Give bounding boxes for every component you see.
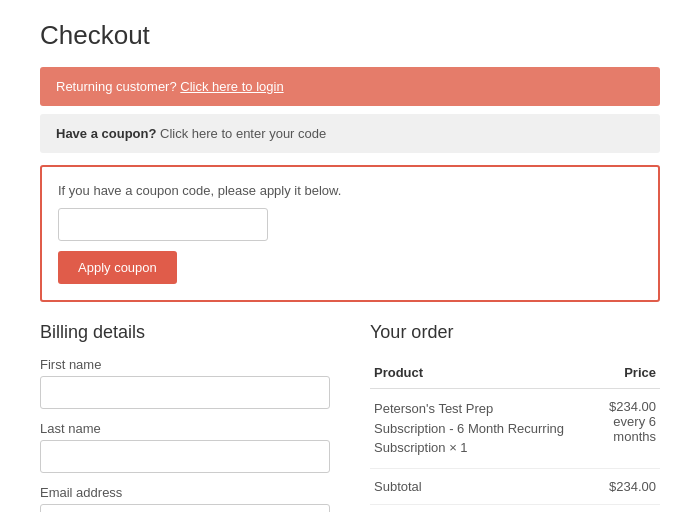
login-link[interactable]: Click here to login — [180, 79, 283, 94]
coupon-toggle-text[interactable]: Click here to enter your code — [160, 126, 326, 141]
coupon-box: If you have a coupon code, please apply … — [40, 165, 660, 302]
last-name-label: Last name — [40, 421, 330, 436]
last-name-group: Last name — [40, 421, 330, 473]
product-name: Peterson's Test Prep Subscription - 6 Mo… — [370, 389, 572, 469]
email-input[interactable] — [40, 504, 330, 512]
table-row: Peterson's Test Prep Subscription - 6 Mo… — [370, 389, 660, 469]
coupon-input[interactable] — [58, 208, 268, 241]
order-section: Your order Product Price Peterson's Test… — [370, 322, 660, 512]
billing-section: Billing details First name Last name Ema… — [40, 322, 330, 512]
subtotal-value: $234.00 — [572, 468, 660, 504]
coupon-label: Have a coupon? — [56, 126, 156, 141]
main-content: Billing details First name Last name Ema… — [40, 322, 660, 512]
email-group: Email address — [40, 485, 330, 512]
total-label: Total — [370, 504, 572, 512]
apply-coupon-button[interactable]: Apply coupon — [58, 251, 177, 284]
col-price: Price — [572, 357, 660, 389]
coupon-toggle-bar[interactable]: Have a coupon? Click here to enter your … — [40, 114, 660, 153]
order-title: Your order — [370, 322, 660, 343]
page-title: Checkout — [40, 20, 660, 51]
total-row: Total $234.00 — [370, 504, 660, 512]
coupon-instruction: If you have a coupon code, please apply … — [58, 183, 642, 198]
billing-title: Billing details — [40, 322, 330, 343]
subtotal-label: Subtotal — [370, 468, 572, 504]
returning-text: Returning customer? — [56, 79, 177, 94]
col-product: Product — [370, 357, 572, 389]
email-label: Email address — [40, 485, 330, 500]
order-table: Product Price Peterson's Test Prep Subsc… — [370, 357, 660, 512]
order-table-header: Product Price — [370, 357, 660, 389]
total-value: $234.00 — [572, 504, 660, 512]
first-name-label: First name — [40, 357, 330, 372]
subtotal-row: Subtotal $234.00 — [370, 468, 660, 504]
first-name-group: First name — [40, 357, 330, 409]
last-name-input[interactable] — [40, 440, 330, 473]
product-price: $234.00 every 6 months — [572, 389, 660, 469]
returning-customer-alert: Returning customer? Click here to login — [40, 67, 660, 106]
first-name-input[interactable] — [40, 376, 330, 409]
